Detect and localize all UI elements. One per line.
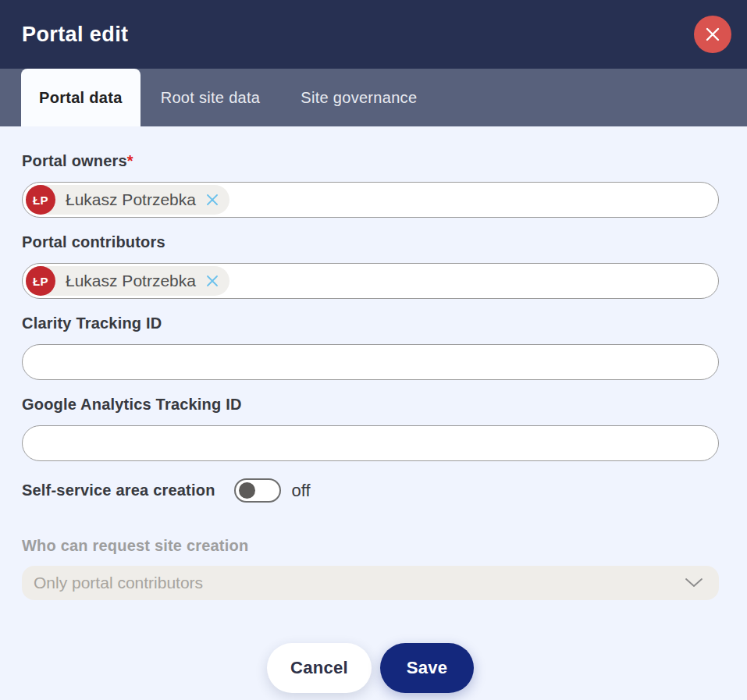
who-can-request-site-creation-select[interactable]: Only portal contributors — [22, 566, 719, 600]
required-asterisk: * — [127, 152, 133, 169]
portal-owners-label-text: Portal owners — [22, 152, 127, 169]
chip-remove-button[interactable] — [205, 193, 219, 207]
clarity-tracking-id-input[interactable] — [26, 345, 707, 379]
person-chip: ŁP Łukasz Potrzebka — [26, 185, 229, 215]
clarity-tracking-id-group: Clarity Tracking ID — [22, 314, 719, 380]
who-can-request-site-creation-label: Who can request site creation — [22, 537, 719, 555]
avatar: ŁP — [26, 185, 55, 215]
tab-bar: Portal data Root site data Site governan… — [0, 69, 747, 126]
self-service-area-creation-toggle[interactable] — [234, 478, 281, 503]
avatar: ŁP — [26, 266, 55, 296]
dialog-title: Portal edit — [22, 23, 128, 47]
toggle-state-label: off — [292, 481, 311, 501]
clarity-tracking-id-label: Clarity Tracking ID — [22, 314, 719, 332]
portal-owners-group: Portal owners* ŁP Łukasz Potrzebka — [22, 152, 719, 218]
who-can-request-site-creation-group: Who can request site creation Only porta… — [22, 537, 719, 600]
person-chip: ŁP Łukasz Potrzebka — [26, 266, 229, 296]
dialog-body: Portal owners* ŁP Łukasz Potrzebka Porta… — [0, 126, 747, 693]
portal-owners-label: Portal owners* — [22, 152, 719, 170]
cancel-button[interactable]: Cancel — [267, 643, 372, 693]
clarity-tracking-id-input-box — [22, 344, 719, 380]
google-analytics-tracking-id-input-box — [22, 425, 719, 461]
portal-contributors-input[interactable]: ŁP Łukasz Potrzebka — [22, 263, 719, 299]
chip-remove-x-icon — [205, 274, 219, 288]
portal-contributors-group: Portal contributors ŁP Łukasz Potrzebka — [22, 233, 719, 299]
select-selected-value: Only portal contributors — [34, 574, 203, 592]
portal-contributors-text-input[interactable] — [229, 264, 707, 298]
google-analytics-tracking-id-label: Google Analytics Tracking ID — [22, 396, 719, 414]
tab-site-governance[interactable]: Site governance — [280, 69, 437, 126]
chip-remove-button[interactable] — [205, 274, 219, 288]
portal-contributors-label: Portal contributors — [22, 233, 719, 251]
portal-owners-input[interactable]: ŁP Łukasz Potrzebka — [22, 182, 719, 218]
chip-person-name: Łukasz Potrzebka — [66, 272, 196, 290]
save-button[interactable]: Save — [380, 643, 474, 693]
chevron-down-icon — [685, 577, 703, 588]
self-service-area-creation-group: Self-service area creation off — [22, 478, 719, 503]
chip-remove-x-icon — [205, 193, 219, 207]
portal-edit-dialog: Portal edit Portal data Root site data S… — [0, 0, 747, 700]
tab-root-site-data[interactable]: Root site data — [141, 69, 281, 126]
tab-portal-data[interactable]: Portal data — [21, 69, 141, 126]
dialog-footer: Cancel Save — [22, 643, 719, 693]
toggle-knob — [239, 482, 255, 499]
close-x-icon — [704, 26, 721, 43]
portal-owners-text-input[interactable] — [229, 183, 707, 217]
chip-person-name: Łukasz Potrzebka — [66, 190, 196, 209]
google-analytics-tracking-id-input[interactable] — [26, 426, 707, 460]
self-service-area-creation-label: Self-service area creation — [22, 481, 215, 499]
close-button[interactable] — [694, 16, 731, 53]
dialog-header: Portal edit — [0, 0, 747, 69]
google-analytics-tracking-id-group: Google Analytics Tracking ID — [22, 396, 719, 461]
